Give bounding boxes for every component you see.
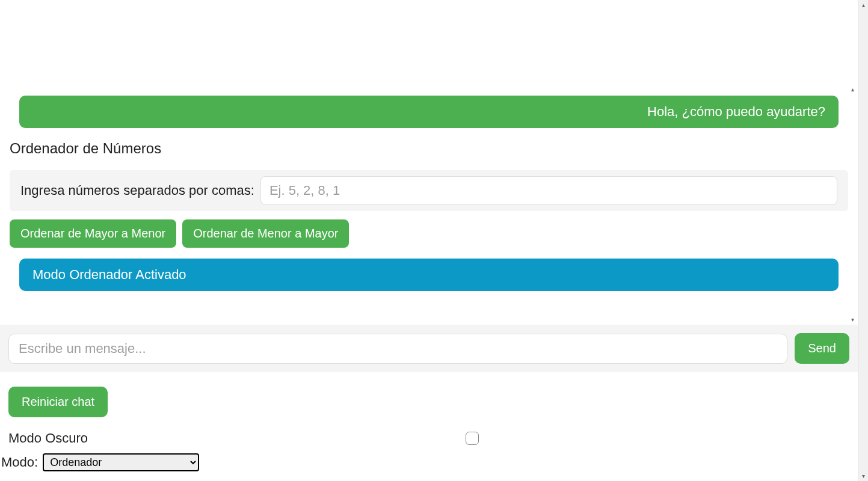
sorter-input-label: Ingresa números separados por comas: xyxy=(20,183,254,198)
dark-mode-checkbox[interactable] xyxy=(466,432,479,445)
sort-desc-button[interactable]: Ordenar de Mayor a Menor xyxy=(10,219,176,248)
send-button[interactable]: Send xyxy=(795,333,849,364)
sorter-number-input[interactable] xyxy=(260,176,837,205)
scroll-up-icon[interactable]: ▴ xyxy=(858,0,868,10)
page-scrollbar[interactable]: ▴ ▾ xyxy=(858,0,868,481)
reset-chat-button[interactable]: Reiniciar chat xyxy=(8,387,108,417)
dark-mode-label: Modo Oscuro xyxy=(8,430,88,446)
scroll-down-icon[interactable]: ▾ xyxy=(858,471,868,481)
dark-mode-row: Modo Oscuro xyxy=(0,424,487,451)
mode-row: Modo: Ordenador xyxy=(0,451,858,471)
mode-label: Modo: xyxy=(1,455,38,470)
sorter-button-row: Ordenar de Mayor a Menor Ordenar de Meno… xyxy=(10,219,848,248)
compose-bar: Send xyxy=(0,325,858,372)
chat-scroller[interactable]: Hola, ¿cómo puedo ayudarte? Ordenador de… xyxy=(0,0,858,325)
scroll-down-icon[interactable]: ▾ xyxy=(848,314,858,325)
chat-scrollbar[interactable]: ▴ ▾ xyxy=(848,84,858,325)
mode-select[interactable]: Ordenador xyxy=(43,453,199,471)
chat-message-status: Modo Ordenador Activado xyxy=(19,259,839,291)
chat-message-assistant-greeting: Hola, ¿cómo puedo ayudarte? xyxy=(19,96,839,128)
chat-message-text: Modo Ordenador Activado xyxy=(32,267,186,282)
compose-input[interactable] xyxy=(8,334,787,364)
sorter-title: Ordenador de Números xyxy=(10,140,849,157)
scroll-up-icon[interactable]: ▴ xyxy=(848,84,858,94)
sorter-input-row: Ingresa números separados por comas: xyxy=(10,170,848,211)
chat-message-text: Hola, ¿cómo puedo ayudarte? xyxy=(647,104,825,119)
sort-asc-button[interactable]: Ordenar de Menor a Mayor xyxy=(182,219,349,248)
